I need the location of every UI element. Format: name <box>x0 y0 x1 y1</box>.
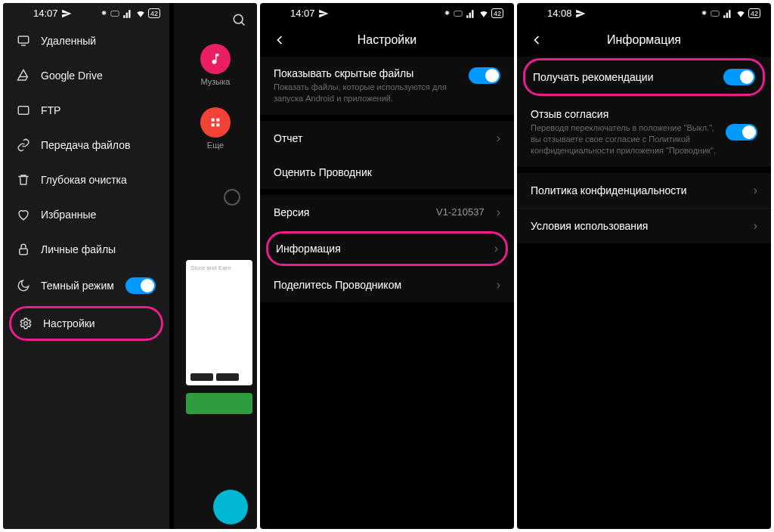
setting-privacy[interactable]: Политика конфиденциальности › <box>517 173 771 208</box>
wifi-icon <box>135 8 146 19</box>
chevron-right-icon: › <box>754 219 757 233</box>
gear-icon <box>19 317 33 330</box>
lock-icon <box>17 243 30 256</box>
drawer-item-darkmode[interactable]: Темный режим <box>3 267 169 305</box>
setting-information[interactable]: Информация › <box>266 231 508 266</box>
svg-rect-6 <box>111 11 119 16</box>
more-label: Еще <box>207 141 224 150</box>
volte-icon <box>110 8 120 19</box>
bluetooth-icon: ⁕ <box>701 8 707 18</box>
drawer-label: Удаленный <box>41 35 96 47</box>
drawer-item-private[interactable]: Личные файлы <box>3 232 169 267</box>
svg-point-0 <box>234 14 243 23</box>
drawer-item-cleanup[interactable]: Глубокая очистка <box>3 162 169 197</box>
recommendations-toggle[interactable] <box>723 69 755 85</box>
action-button[interactable] <box>186 393 252 414</box>
trash-icon <box>17 173 30 187</box>
ftp-icon <box>17 104 30 117</box>
chevron-left-icon <box>272 32 287 48</box>
header: Настройки <box>260 23 514 57</box>
signal-icon <box>466 8 476 19</box>
status-bar: 14:07 ⁕ 42 <box>260 3 514 23</box>
chevron-right-icon: › <box>497 278 500 292</box>
setting-terms[interactable]: Условия использования › <box>517 209 771 243</box>
setting-title: Отчет <box>274 132 489 144</box>
phone-screen-1: Музыка Еще Store and Earn <box>3 3 257 529</box>
drawer-label: Личные файлы <box>41 243 116 255</box>
setting-version[interactable]: Версия V1-210537 › <box>260 195 514 230</box>
darkmode-toggle[interactable] <box>125 277 156 294</box>
category-music[interactable]: Музыка <box>200 44 231 86</box>
drawer-item-gdrive[interactable]: Google Drive <box>3 58 169 93</box>
svg-line-1 <box>241 22 244 25</box>
drawer-item-favorites[interactable]: Избранные <box>3 197 169 232</box>
svg-rect-14 <box>711 11 720 16</box>
chevron-right-icon: › <box>497 131 500 145</box>
setting-share[interactable]: Поделитесь Проводником › <box>260 268 514 302</box>
setting-title: Информация <box>276 243 487 255</box>
store-badge <box>216 373 239 381</box>
loading-ring <box>224 189 240 206</box>
page-title: Информация <box>607 33 681 47</box>
setting-title: Показывать скрытые файлы <box>274 67 461 79</box>
fab-button[interactable] <box>213 490 248 524</box>
clock: 14:07 <box>33 8 58 19</box>
setting-report[interactable]: Отчет › <box>260 121 514 156</box>
svg-rect-2 <box>212 119 215 122</box>
category-more[interactable]: Еще <box>200 107 231 150</box>
svg-rect-7 <box>18 36 29 43</box>
header: Информация <box>517 23 771 57</box>
drawer-item-settings[interactable]: Настройки <box>9 306 163 341</box>
remote-icon <box>17 34 30 48</box>
svg-rect-11 <box>20 249 28 255</box>
setting-subtitle: Переводя переключатель в положение "Выкл… <box>531 122 718 156</box>
battery-icon: 42 <box>491 8 503 18</box>
back-button[interactable] <box>271 31 289 49</box>
chevron-right-icon: › <box>497 206 500 219</box>
setting-title: Поделитесь Проводником <box>274 279 489 291</box>
setting-rate[interactable]: Оценить Проводник <box>260 156 514 189</box>
drawer-label: Настройки <box>43 317 95 329</box>
setting-recommendations[interactable]: Получать рекомендации <box>523 58 765 96</box>
setting-title: Оценить Проводник <box>274 166 500 178</box>
moon-icon <box>17 279 30 292</box>
setting-title: Политика конфиденциальности <box>531 184 746 196</box>
setting-consent[interactable]: Отзыв согласия Переводя переключатель в … <box>517 97 771 167</box>
back-button[interactable] <box>528 31 546 49</box>
drawer-item-ftp[interactable]: FTP <box>3 93 169 128</box>
setting-title: Получать рекомендации <box>533 71 716 83</box>
phone-screen-3: 14:08 ⁕ 42 Информация Получать рекоменда… <box>517 3 771 529</box>
search-icon[interactable] <box>174 3 257 36</box>
drawer-item-remote[interactable]: Удаленный <box>3 23 169 58</box>
wifi-icon <box>735 8 746 19</box>
setting-title: Условия использования <box>531 220 746 232</box>
setting-subtitle: Показать файлы, которые используются для… <box>274 82 461 104</box>
promo-text: Store and Earn <box>190 264 248 271</box>
signal-icon <box>122 8 133 19</box>
setting-title: Версия <box>274 206 429 218</box>
consent-toggle[interactable] <box>726 124 757 141</box>
chevron-right-icon: › <box>494 242 498 255</box>
svg-rect-9 <box>18 107 29 115</box>
bluetooth-icon: ⁕ <box>101 8 107 18</box>
drawer-item-transfer[interactable]: Передача файлов <box>3 128 169 162</box>
promo-card[interactable]: Store and Earn <box>186 260 252 385</box>
clock: 14:08 <box>547 8 572 19</box>
signal-icon <box>723 8 733 19</box>
svg-rect-5 <box>216 123 219 126</box>
drawer-label: Избранные <box>41 209 96 221</box>
heart-icon <box>17 208 30 221</box>
status-bar: 14:07 ⁕ 42 <box>3 3 169 23</box>
status-bar: 14:08 ⁕ 42 <box>517 3 771 23</box>
svg-point-12 <box>24 322 28 326</box>
music-label: Музыка <box>201 77 231 86</box>
hidden-files-toggle[interactable] <box>469 67 500 84</box>
nav-drawer: 14:07 ⁕ 42 Удаленный Google Drive <box>3 3 169 529</box>
chevron-left-icon <box>529 32 544 48</box>
telegram-icon <box>61 8 72 19</box>
setting-hidden-files[interactable]: Показывать скрытые файлы Показать файлы,… <box>260 57 514 115</box>
svg-rect-3 <box>216 119 219 122</box>
chevron-right-icon: › <box>754 184 757 197</box>
telegram-icon <box>575 8 586 19</box>
clock: 14:07 <box>290 8 315 19</box>
